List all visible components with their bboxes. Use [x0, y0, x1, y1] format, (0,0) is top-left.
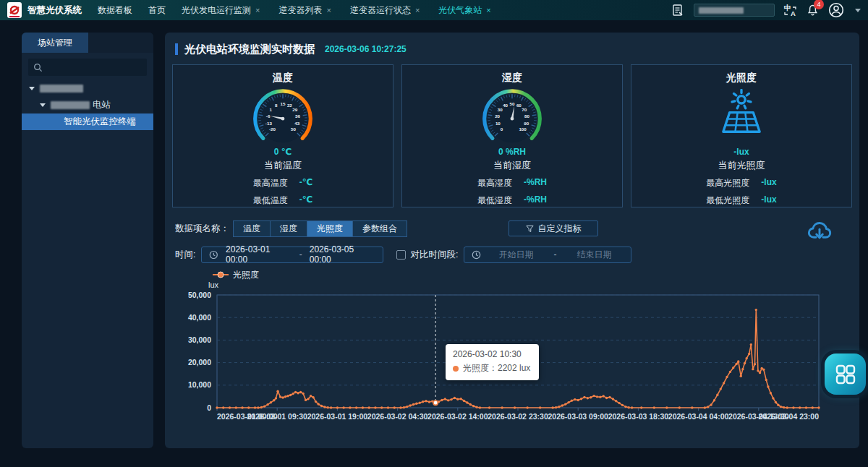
- data-point: [583, 396, 585, 398]
- current-value-label: 当前光照度: [718, 159, 765, 172]
- data-point: [222, 406, 224, 408]
- y-tick-label: 30,000: [188, 335, 211, 344]
- data-point: [380, 406, 383, 408]
- data-point: [216, 406, 218, 408]
- data-point: [812, 406, 814, 408]
- tooltip-time: 2026-03-02 10:30: [453, 349, 530, 359]
- nav-tab-4[interactable]: 光伏气象站×: [438, 4, 490, 17]
- svg-text:30: 30: [498, 107, 503, 112]
- tab-station-management[interactable]: 场站管理: [22, 33, 88, 53]
- tab-close-icon[interactable]: ×: [326, 6, 331, 14]
- menu-data-board[interactable]: 数据看板: [98, 4, 132, 17]
- data-point: [456, 398, 459, 400]
- data-item-button-1[interactable]: 温度: [233, 220, 271, 237]
- data-point: [590, 396, 592, 398]
- data-item-button-3[interactable]: 光照度: [307, 220, 353, 237]
- data-point: [805, 406, 807, 408]
- tree-expand-caret-icon[interactable]: [40, 103, 46, 107]
- data-point: [447, 399, 449, 401]
- svg-text:-13: -13: [265, 121, 273, 126]
- user-avatar[interactable]: [827, 1, 845, 19]
- data-point: [479, 406, 481, 408]
- data-point: [599, 395, 601, 398]
- data-point: [612, 398, 614, 400]
- log-document-icon[interactable]: [671, 4, 685, 17]
- data-point: [276, 390, 278, 393]
- min-label: 最低湿度: [477, 194, 512, 207]
- data-point: [241, 406, 243, 408]
- language-translate-icon[interactable]: 中 A: [783, 4, 798, 17]
- data-point: [710, 403, 712, 406]
- navbar-search-input[interactable]: [694, 4, 775, 17]
- svg-text:-6: -6: [266, 113, 271, 119]
- tree-node-3[interactable]: 智能光伏监控终端: [22, 113, 153, 130]
- data-point: [355, 406, 357, 408]
- max-label: 最高温度: [253, 177, 288, 189]
- data-point: [387, 406, 389, 408]
- nav-tab-3[interactable]: 逆变器运行状态×: [350, 4, 420, 17]
- data-point: [577, 399, 579, 401]
- sensor-cards-row: 温度-20-13-6181522293643500 ℃当前温度最高温度-℃最低温…: [172, 64, 852, 207]
- compare-date-range-picker[interactable]: 开始日期 - 结束日期: [464, 247, 631, 263]
- svg-text:100: 100: [519, 127, 527, 132]
- legend-marker-icon: [213, 271, 229, 278]
- data-point: [574, 398, 576, 400]
- data-point: [792, 406, 794, 408]
- tab-close-icon[interactable]: ×: [255, 6, 260, 14]
- data-point: [603, 395, 605, 397]
- data-point: [327, 406, 329, 408]
- data-point: [415, 403, 417, 405]
- data-point: [235, 406, 237, 408]
- menu-home[interactable]: 首页: [148, 4, 166, 17]
- data-point: [754, 363, 756, 365]
- sensor-card-2: 湿度01020304050607080901000 %RH当前湿度最高湿度-%R…: [401, 64, 623, 207]
- compare-period-checkbox[interactable]: [396, 250, 406, 260]
- y-tick-label: 20,000: [188, 358, 211, 367]
- min-stat-row: 最低湿度-%RH: [477, 194, 547, 207]
- data-point: [716, 394, 718, 396]
- data-point: [406, 406, 408, 408]
- max-value: -%RH: [524, 177, 547, 189]
- data-item-button-2[interactable]: 湿度: [270, 220, 307, 237]
- svg-text:36: 36: [295, 113, 300, 119]
- data-item-button-4[interactable]: 参数组合: [352, 220, 407, 237]
- data-point: [744, 362, 746, 364]
- range-separator: -: [299, 249, 302, 260]
- data-point: [786, 406, 788, 408]
- cloud-download-button[interactable]: [806, 218, 833, 245]
- custom-metrics-label: 自定义指标: [538, 223, 582, 235]
- tab-close-icon[interactable]: ×: [415, 6, 420, 14]
- data-point: [775, 401, 777, 403]
- data-point: [704, 406, 706, 408]
- data-point: [745, 357, 747, 359]
- data-point: [748, 353, 750, 355]
- data-point: [777, 404, 779, 406]
- nav-tab-1[interactable]: 光伏发电运行监测×: [182, 4, 260, 17]
- svg-text:-20: -20: [269, 127, 276, 132]
- tab-close-icon[interactable]: ×: [486, 6, 490, 14]
- notification-bell-icon[interactable]: 4: [807, 4, 819, 17]
- data-point: [713, 399, 715, 401]
- tree-expand-caret-icon[interactable]: [29, 87, 35, 90]
- custom-metrics-button[interactable]: 自定义指标: [509, 220, 598, 236]
- data-point: [292, 393, 294, 395]
- svg-text:0: 0: [501, 127, 503, 132]
- data-point: [628, 406, 630, 408]
- tree-node-2[interactable]: 电站: [22, 97, 153, 113]
- data-point: [281, 396, 284, 398]
- data-point: [336, 406, 339, 408]
- y-tick-label: 10,000: [188, 380, 211, 389]
- apps-launcher-button[interactable]: [825, 354, 866, 395]
- svg-text:8: 8: [275, 103, 278, 108]
- data-point: [374, 406, 376, 408]
- data-point: [229, 406, 231, 408]
- nav-tab-2[interactable]: 逆变器列表×: [278, 4, 331, 17]
- svg-text:40: 40: [503, 103, 508, 108]
- date-range-picker[interactable]: 2026-03-01 00:00 - 2026-03-05 00:00: [201, 247, 383, 263]
- tree-node-1[interactable]: [22, 80, 153, 97]
- avatar-dropdown-caret-icon[interactable]: [855, 9, 861, 12]
- x-tick-label: 2026-03-01 09:30: [247, 412, 307, 421]
- chart-legend[interactable]: 光照度: [213, 269, 859, 280]
- sidebar-search-input[interactable]: [28, 59, 147, 76]
- realtime-timestamp: 2026-03-06 10:27:25: [325, 44, 407, 54]
